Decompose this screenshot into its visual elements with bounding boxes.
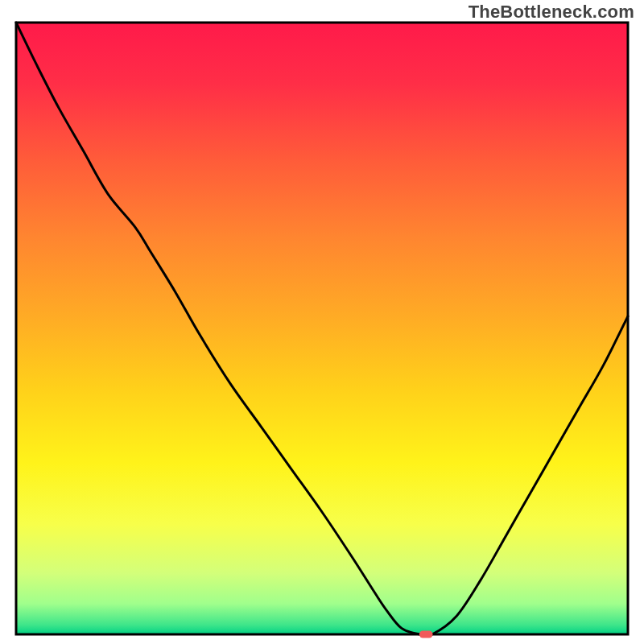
chart-canvas	[0, 0, 644, 644]
plot-background	[16, 23, 628, 634]
bottleneck-chart: TheBottleneck.com	[0, 0, 644, 644]
watermark-label: TheBottleneck.com	[469, 2, 634, 23]
optimal-marker	[419, 630, 433, 638]
